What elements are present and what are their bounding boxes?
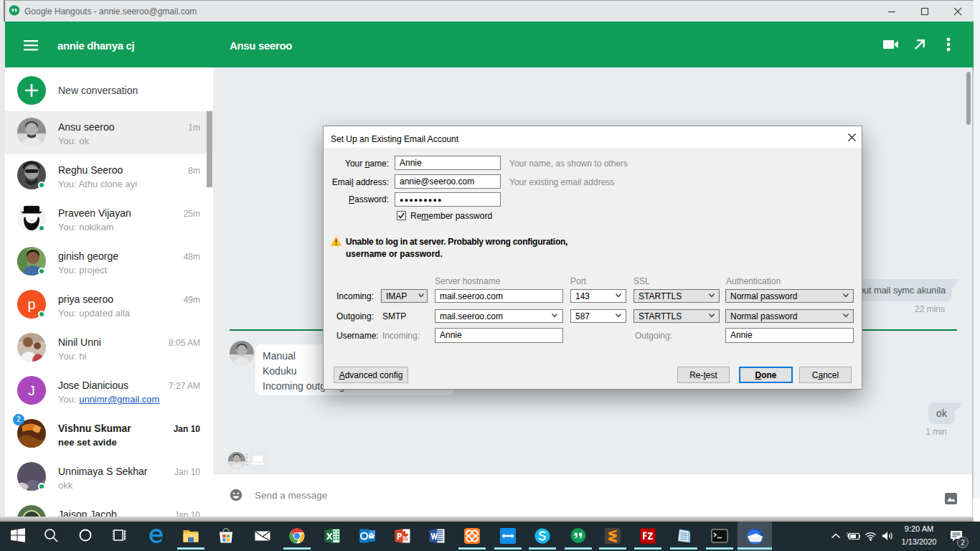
svg-text:p: p <box>27 296 35 312</box>
svg-text:J: J <box>28 383 35 398</box>
